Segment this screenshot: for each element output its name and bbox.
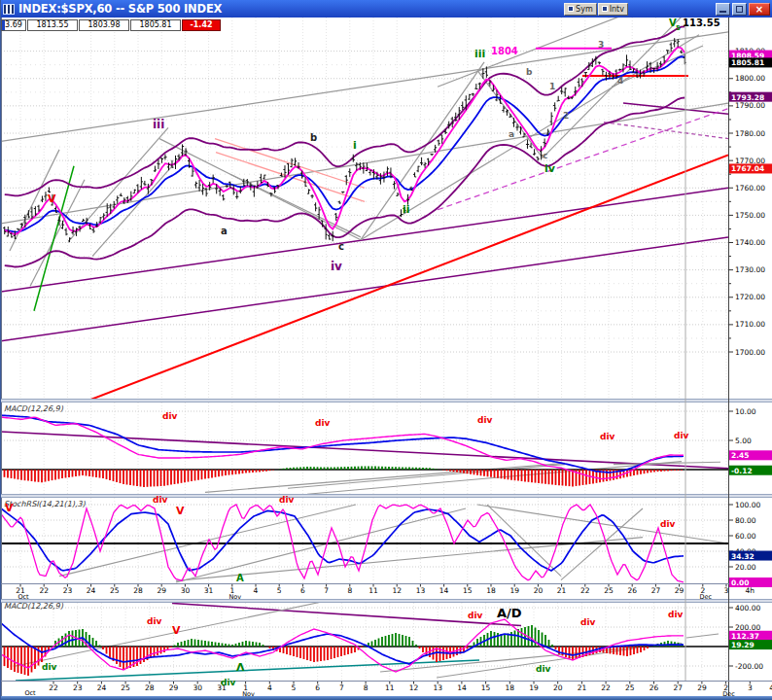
svg-text:iii: iii bbox=[474, 48, 485, 60]
svg-text:1805.81: 1805.81 bbox=[731, 58, 764, 67]
svg-text:div: div bbox=[668, 610, 684, 619]
title-bar[interactable]: INDEX:$SPX,60 -- S&P 500 INDEX Sym Intv … bbox=[1, 0, 772, 18]
svg-text:29: 29 bbox=[169, 683, 179, 692]
svg-text:100.00: 100.00 bbox=[735, 501, 760, 509]
svg-text:80.00: 80.00 bbox=[735, 516, 756, 525]
intv-button[interactable]: Intv bbox=[598, 3, 628, 16]
svg-text:b: b bbox=[526, 67, 533, 77]
svg-text:1700.00: 1700.00 bbox=[735, 348, 765, 357]
svg-text:18: 18 bbox=[506, 683, 515, 692]
svg-text:11: 11 bbox=[385, 683, 395, 692]
svg-text:iv: iv bbox=[331, 260, 342, 273]
svg-text:21: 21 bbox=[578, 683, 587, 692]
svg-text:-0.12: -0.12 bbox=[731, 467, 753, 475]
svg-text:1: 1 bbox=[549, 82, 555, 91]
svg-text:11: 11 bbox=[368, 586, 378, 595]
svg-text:5.00: 5.00 bbox=[735, 437, 752, 445]
quote-value-high: 1813.55 bbox=[27, 19, 78, 31]
clipped-edge bbox=[2, 20, 5, 30]
svg-text:7: 7 bbox=[324, 586, 329, 595]
svg-text:1770.00: 1770.00 bbox=[735, 157, 765, 165]
svg-text:div: div bbox=[674, 431, 689, 440]
minimize-button[interactable] bbox=[716, 3, 730, 16]
svg-text:2: 2 bbox=[563, 111, 569, 121]
svg-text:div: div bbox=[221, 678, 236, 687]
svg-text:3: 3 bbox=[724, 586, 729, 595]
svg-text:1800.00: 1800.00 bbox=[735, 74, 765, 83]
svg-text:19: 19 bbox=[509, 586, 519, 595]
svg-text:div: div bbox=[162, 411, 178, 421]
quote-strip: 3.69 1813.55 1803.98 1805.81 -1.42 bbox=[1, 19, 222, 31]
svg-text:24: 24 bbox=[97, 683, 107, 692]
svg-text:Oct: Oct bbox=[18, 593, 29, 601]
svg-text:1740.00: 1740.00 bbox=[735, 238, 765, 247]
svg-text:12: 12 bbox=[392, 586, 402, 595]
svg-text:60.00: 60.00 bbox=[735, 532, 756, 541]
svg-text:V: V bbox=[5, 502, 14, 514]
svg-text:8: 8 bbox=[347, 586, 352, 595]
svg-text:V: V bbox=[48, 192, 56, 205]
titlebar-buttons: Sym Intv × bbox=[563, 3, 770, 16]
svg-text:div: div bbox=[279, 495, 295, 505]
svg-text:22: 22 bbox=[601, 683, 611, 692]
maximize-button[interactable] bbox=[732, 3, 747, 16]
svg-text:-200.00: -200.00 bbox=[735, 662, 763, 671]
svg-text:25: 25 bbox=[110, 586, 120, 595]
svg-text:A/D: A/D bbox=[497, 606, 522, 620]
svg-text:10.00: 10.00 bbox=[735, 407, 756, 416]
svg-text:29: 29 bbox=[157, 586, 166, 595]
svg-text:27: 27 bbox=[651, 586, 661, 595]
svg-text:5: 5 bbox=[676, 24, 681, 32]
svg-text:div: div bbox=[147, 616, 162, 626]
svg-text:c: c bbox=[338, 241, 344, 252]
svg-text:1780.00: 1780.00 bbox=[735, 129, 765, 138]
sym-button[interactable]: Sym bbox=[564, 3, 597, 16]
window-bottom-edge bbox=[1, 696, 772, 700]
svg-text:28: 28 bbox=[133, 586, 143, 595]
svg-text:13: 13 bbox=[416, 586, 426, 595]
close-button[interactable]: × bbox=[749, 3, 770, 16]
svg-text:5: 5 bbox=[277, 586, 282, 595]
svg-text:1804: 1804 bbox=[491, 46, 518, 56]
svg-text:div: div bbox=[153, 495, 168, 505]
svg-text:1720.00: 1720.00 bbox=[735, 293, 765, 301]
svg-text:c: c bbox=[543, 151, 547, 160]
svg-text:20.00: 20.00 bbox=[735, 563, 756, 572]
close-icon: × bbox=[755, 4, 763, 15]
svg-text:34.32: 34.32 bbox=[731, 552, 754, 561]
candlestick-chart-icon bbox=[3, 4, 15, 15]
svg-text:1760.00: 1760.00 bbox=[735, 184, 765, 192]
svg-text:4: 4 bbox=[267, 683, 272, 692]
svg-text:div: div bbox=[315, 418, 331, 428]
svg-text:23: 23 bbox=[63, 586, 73, 595]
svg-text:113.55: 113.55 bbox=[683, 18, 720, 28]
svg-text:18: 18 bbox=[486, 586, 496, 595]
svg-text:15: 15 bbox=[463, 586, 473, 595]
sym-icon bbox=[568, 6, 574, 12]
svg-text:iii: iii bbox=[153, 118, 164, 131]
chart-canvas: 21Oct22232425282930311Nov456781112131415… bbox=[1, 0, 772, 700]
svg-text:1750.00: 1750.00 bbox=[735, 211, 765, 220]
svg-text:3: 3 bbox=[748, 683, 753, 692]
svg-text:4: 4 bbox=[617, 76, 623, 86]
svg-text:6: 6 bbox=[300, 586, 305, 595]
chart-window: INDEX:$SPX,60 -- S&P 500 INDEX Sym Intv … bbox=[0, 0, 772, 700]
svg-text:26: 26 bbox=[627, 586, 637, 595]
svg-text:25: 25 bbox=[625, 683, 635, 692]
svg-text:24: 24 bbox=[87, 586, 96, 595]
svg-text:400.00: 400.00 bbox=[735, 604, 760, 612]
svg-text:22: 22 bbox=[39, 586, 49, 595]
svg-text:12: 12 bbox=[409, 683, 419, 692]
svg-text:StochRSI(14,21(1),3): StochRSI(14,21(1),3) bbox=[4, 500, 87, 508]
svg-text:8: 8 bbox=[364, 683, 368, 692]
intv-icon bbox=[602, 6, 608, 12]
svg-text:div: div bbox=[468, 611, 483, 620]
svg-text:a: a bbox=[509, 129, 514, 139]
svg-text:19.29: 19.29 bbox=[731, 641, 754, 649]
svg-text:div: div bbox=[660, 519, 676, 529]
svg-text:div: div bbox=[477, 415, 493, 425]
quote-value-low: 1803.98 bbox=[79, 19, 129, 31]
svg-text:5: 5 bbox=[292, 683, 297, 692]
svg-text:1790.00: 1790.00 bbox=[735, 101, 765, 110]
svg-text:b: b bbox=[310, 132, 317, 143]
